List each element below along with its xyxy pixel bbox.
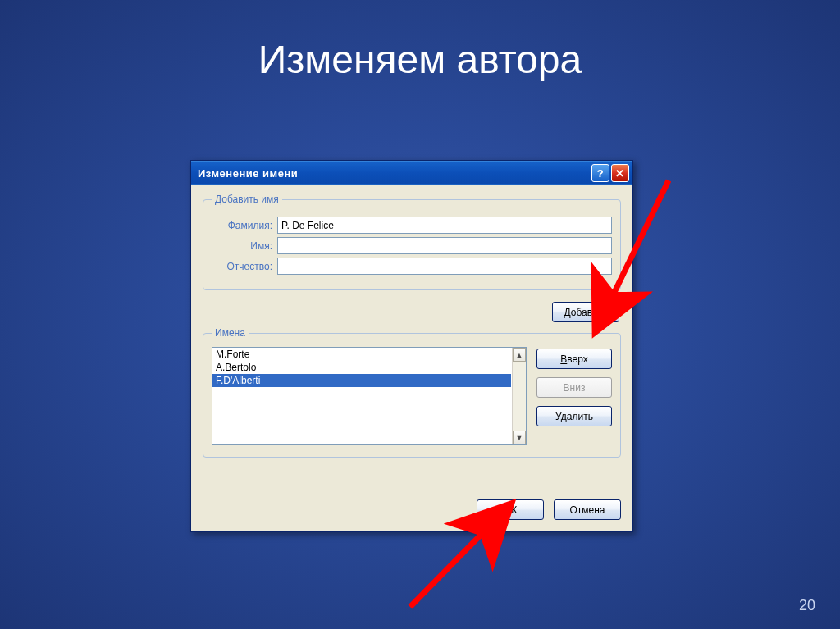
cancel-button[interactable]: Отмена bbox=[554, 499, 621, 520]
list-item[interactable]: M.Forte bbox=[212, 348, 511, 361]
add-button[interactable]: Добавить bbox=[552, 302, 619, 322]
help-icon: ? bbox=[597, 167, 604, 180]
move-down-button[interactable]: Вниз bbox=[536, 377, 612, 398]
help-button[interactable]: ? bbox=[591, 164, 609, 182]
list-item[interactable]: A.Bertolo bbox=[212, 361, 511, 374]
svg-line-1 bbox=[410, 523, 492, 607]
presentation-slide: Изменяем автора 20 Изменение имени ? ✕ Д… bbox=[0, 0, 840, 629]
patronymic-input[interactable] bbox=[277, 258, 612, 275]
list-item[interactable]: F.D'Alberti bbox=[212, 374, 511, 387]
delete-button[interactable]: Удалить bbox=[536, 406, 612, 426]
names-group: Имена M.ForteA.BertoloF.D'Alberti ▲ ▼ Вв… bbox=[203, 327, 621, 458]
scroll-down-icon[interactable]: ▼ bbox=[513, 431, 526, 444]
add-name-legend: Добавить имя bbox=[212, 194, 282, 205]
slide-title: Изменяем автора bbox=[0, 37, 840, 82]
listbox-scrollbar[interactable]: ▲ ▼ bbox=[512, 348, 526, 444]
patronymic-label: Отчество: bbox=[212, 261, 277, 272]
close-icon: ✕ bbox=[615, 167, 625, 180]
add-name-group: Добавить имя Фамилия: Имя: Отчество: bbox=[203, 194, 621, 290]
names-listbox[interactable]: M.ForteA.BertoloF.D'Alberti ▲ ▼ bbox=[212, 347, 527, 445]
slide-number: 20 bbox=[799, 597, 815, 614]
dialog-title: Изменение имени bbox=[198, 167, 590, 180]
ok-button[interactable]: ОК bbox=[477, 499, 544, 520]
dialog-titlebar[interactable]: Изменение имени ? ✕ bbox=[191, 161, 632, 185]
surname-label: Фамилия: bbox=[212, 220, 277, 231]
surname-input[interactable] bbox=[277, 217, 612, 234]
firstname-input[interactable] bbox=[277, 237, 612, 254]
scroll-up-icon[interactable]: ▲ bbox=[513, 348, 526, 362]
close-button[interactable]: ✕ bbox=[611, 164, 629, 182]
dialog-body: Добавить имя Фамилия: Имя: Отчество: Доб… bbox=[191, 185, 632, 531]
firstname-label: Имя: bbox=[212, 240, 277, 252]
edit-name-dialog: Изменение имени ? ✕ Добавить имя Фамилия… bbox=[190, 160, 633, 532]
scroll-track[interactable] bbox=[513, 362, 526, 431]
move-up-button[interactable]: Вверх bbox=[536, 349, 612, 369]
names-legend: Имена bbox=[212, 327, 249, 339]
